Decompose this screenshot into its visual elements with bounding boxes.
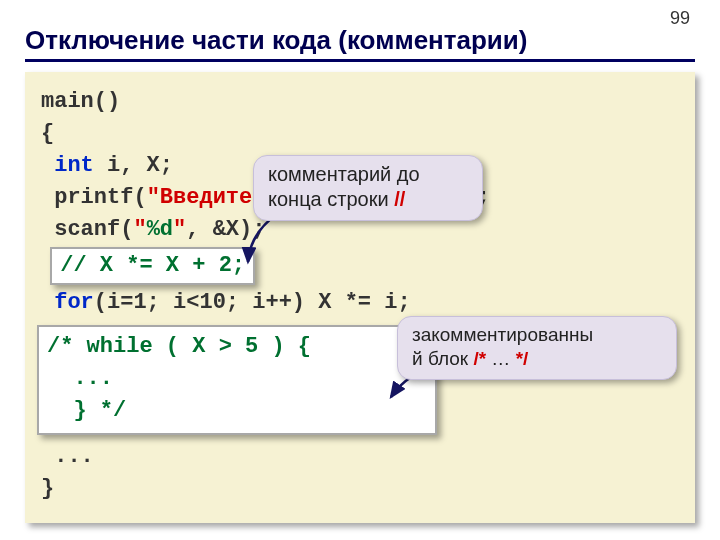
code-text: main() [41,89,120,114]
code-line: } */ [47,395,427,427]
callout-line-comment: комментарий до конца строки // [253,155,483,221]
callout-text: … [486,348,516,369]
callout-marker: /* [473,348,486,369]
code-line: /* while ( X > 5 ) { [47,331,427,363]
code-line: { [41,118,679,150]
callout-text: закомментированны [412,324,593,345]
code-text: } [41,476,54,501]
code-text: i, X; [94,153,173,178]
code-text: printf( [41,185,147,210]
callout-text: конца строки [268,188,394,210]
code-keyword: for [41,290,94,315]
code-block: main() { int i, X; printf("Введите целое… [25,72,695,523]
code-line: main() [41,86,679,118]
code-text: ... [41,444,94,469]
slide-title: Отключение части кода (комментарии) [25,25,695,56]
slide: 99 Отключение части кода (комментарии) m… [0,0,720,540]
title-divider [25,59,695,62]
code-line: // X *= X + 2; [41,245,679,287]
code-line: } [41,473,679,505]
code-line: ... [47,363,427,395]
code-comment: while ( X > 5 ) { [87,334,311,359]
callout-marker: */ [516,348,529,369]
code-string: " [173,217,186,242]
code-text: { [41,121,54,146]
code-string: " [133,217,146,242]
code-text: scanf( [41,217,133,242]
callout-block-comment: закомментированны й блок /* … */ [397,316,677,380]
code-comment-marker: */ [100,398,126,423]
code-keyword: int [41,153,94,178]
code-line: ... [41,441,679,473]
page-number: 99 [670,8,690,29]
code-format: %d [147,217,173,242]
callout-text: й блок [412,348,473,369]
code-comment: ... [47,366,113,391]
code-line: for(i=1; i<10; i++) X *= i; [41,287,679,319]
code-comment: // X *= X + 2; [60,253,245,278]
callout-text: комментарий до [268,163,420,185]
code-comment-marker: /* [47,334,87,359]
block-comment-box: /* while ( X > 5 ) { ... } */ [37,325,437,435]
code-text: (i=1; i<10; i++) X *= i; [94,290,411,315]
code-comment: } [47,398,100,423]
callout-marker: // [394,188,405,210]
inline-comment-box: // X *= X + 2; [50,247,255,285]
